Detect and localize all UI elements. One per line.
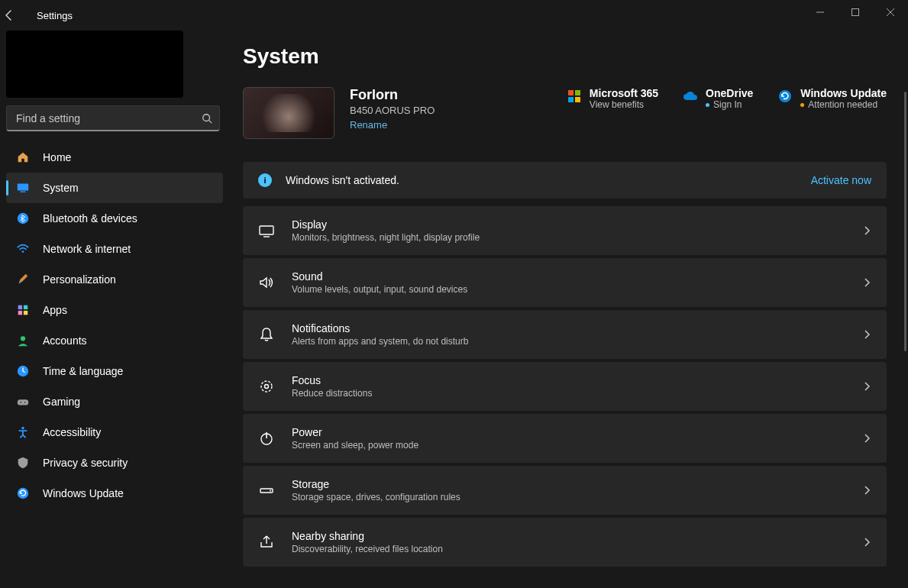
maximize-button[interactable] <box>838 0 873 24</box>
search-icon <box>202 113 212 124</box>
sidebar-item-label: Windows Update <box>43 487 124 499</box>
status-title: Microsoft 365 <box>590 87 658 99</box>
card-display[interactable]: Display Monitors, brightness, night ligh… <box>243 206 887 255</box>
pc-info: Forlorn B450 AORUS PRO Rename <box>350 87 435 131</box>
sidebar-item-network[interactable]: Network & internet <box>6 234 223 264</box>
sidebar-item-gaming[interactable]: Gaming <box>6 386 223 417</box>
info-icon: i <box>258 173 272 187</box>
svg-point-23 <box>779 90 791 102</box>
sidebar-item-label: Accessibility <box>43 426 101 438</box>
card-focus[interactable]: Focus Reduce distractions <box>243 362 887 411</box>
person-icon <box>15 333 31 348</box>
sidebar-item-label: Network & internet <box>43 243 131 255</box>
chevron-right-icon <box>862 226 871 235</box>
svg-point-31 <box>270 490 271 492</box>
status-sub: View benefits <box>590 99 658 110</box>
status-sub: Sign In <box>706 99 753 110</box>
search-input[interactable] <box>6 105 220 131</box>
sidebar-item-personalization[interactable]: Personalization <box>6 264 223 295</box>
sidebar-item-home[interactable]: Home <box>6 142 223 173</box>
close-button[interactable] <box>873 0 908 24</box>
status-dot-icon <box>706 103 709 107</box>
svg-line-3 <box>209 121 212 124</box>
pc-thumbnail[interactable] <box>243 87 334 139</box>
svg-point-2 <box>203 115 210 121</box>
rename-link[interactable]: Rename <box>350 119 387 131</box>
pc-model: B450 AORUS PRO <box>350 105 435 116</box>
sidebar-item-system[interactable]: System <box>6 173 223 203</box>
svg-rect-10 <box>18 311 22 315</box>
home-icon <box>15 150 31 165</box>
sidebar-item-time[interactable]: Time & language <box>6 356 223 386</box>
svg-rect-5 <box>20 192 25 192</box>
status-dot-icon <box>800 103 804 107</box>
status-row: Microsoft 365 View benefits OneDrive Sig… <box>567 87 887 110</box>
activate-now-link[interactable]: Activate now <box>811 174 871 186</box>
bluetooth-icon <box>15 211 31 226</box>
card-desc: Volume levels, output, input, sound devi… <box>292 284 467 295</box>
scrollbar[interactable] <box>904 92 906 351</box>
card-title: Nearby sharing <box>292 530 443 542</box>
gamepad-icon <box>15 394 31 409</box>
window-title: Settings <box>34 10 73 21</box>
sidebar-item-bluetooth[interactable]: Bluetooth & devices <box>6 203 223 234</box>
minimize-button[interactable] <box>803 0 838 24</box>
svg-point-7 <box>22 250 24 253</box>
banner-message: Windows isn't activated. <box>286 174 797 186</box>
sidebar-item-label: Apps <box>43 304 67 316</box>
sidebar-item-accounts[interactable]: Accounts <box>6 325 223 356</box>
main-panel: System Forlorn B450 AORUS PRO Rename Mic… <box>229 31 908 588</box>
search-wrap <box>6 105 223 131</box>
window-controls <box>803 0 908 24</box>
svg-rect-19 <box>568 90 574 95</box>
svg-rect-24 <box>260 226 273 234</box>
page-title: System <box>243 44 887 69</box>
status-title: Windows Update <box>800 87 887 99</box>
svg-rect-22 <box>575 97 580 102</box>
update-icon <box>15 486 31 501</box>
svg-rect-14 <box>18 399 28 405</box>
sidebar-item-accessibility[interactable]: Accessibility <box>6 417 223 447</box>
back-button[interactable] <box>3 9 34 21</box>
card-power[interactable]: Power Screen and sleep, power mode <box>243 414 887 463</box>
card-title: Notifications <box>292 322 468 334</box>
status-m365[interactable]: Microsoft 365 View benefits <box>567 87 658 110</box>
svg-point-26 <box>261 381 272 392</box>
status-onedrive[interactable]: OneDrive Sign In <box>683 87 753 110</box>
accessibility-icon <box>15 425 31 440</box>
card-desc: Screen and sleep, power mode <box>292 440 418 451</box>
card-storage[interactable]: Storage Storage space, drives, configura… <box>243 466 887 515</box>
sidebar-item-label: Accounts <box>43 334 87 347</box>
svg-rect-9 <box>24 305 27 309</box>
system-icon <box>15 180 31 195</box>
sound-icon <box>258 274 275 291</box>
chevron-right-icon <box>862 434 871 443</box>
status-update[interactable]: Windows Update Attention needed <box>777 87 887 110</box>
svg-rect-1 <box>852 9 859 16</box>
card-title: Display <box>292 218 480 231</box>
svg-rect-21 <box>568 97 574 102</box>
sidebar-item-apps[interactable]: Apps <box>6 295 223 325</box>
svg-point-17 <box>21 427 24 430</box>
card-sound[interactable]: Sound Volume levels, output, input, soun… <box>243 258 887 307</box>
sidebar: Home System Bluetooth & devices Network … <box>0 31 229 588</box>
profile-card[interactable] <box>6 31 183 98</box>
svg-point-16 <box>24 402 26 403</box>
bell-icon <box>258 326 275 343</box>
shield-icon <box>15 455 31 470</box>
pc-name: Forlorn <box>350 87 435 103</box>
system-header: Forlorn B450 AORUS PRO Rename Microsoft … <box>243 87 887 139</box>
titlebar: Settings <box>0 0 908 31</box>
sidebar-item-update[interactable]: Windows Update <box>6 478 223 509</box>
apps-icon <box>15 302 31 318</box>
sidebar-item-label: Personalization <box>43 273 116 286</box>
chevron-right-icon <box>862 486 871 495</box>
card-title: Storage <box>292 478 460 490</box>
svg-point-15 <box>20 402 21 403</box>
card-nearby[interactable]: Nearby sharing Discoverability, received… <box>243 518 887 567</box>
card-notifications[interactable]: Notifications Alerts from apps and syste… <box>243 310 887 359</box>
chevron-right-icon <box>862 330 871 339</box>
sidebar-item-privacy[interactable]: Privacy & security <box>6 447 223 478</box>
svg-point-12 <box>21 336 25 341</box>
sidebar-item-label: Time & language <box>43 365 123 377</box>
